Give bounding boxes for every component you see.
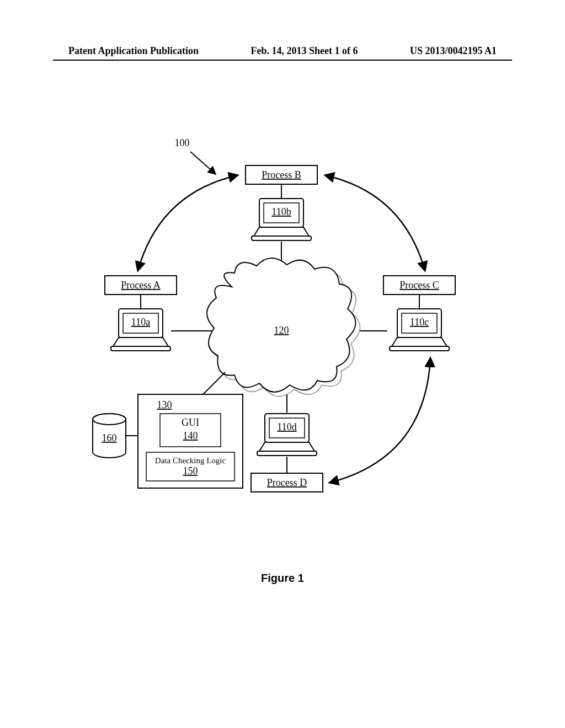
laptop-d-icon: 110d xyxy=(257,414,317,456)
server-ref: 130 xyxy=(157,399,172,410)
server-box: 130 GUI 140 Data Checking Logic 150 xyxy=(138,372,243,488)
laptop-d-ref: 110d xyxy=(277,421,296,432)
laptop-a-ref: 110a xyxy=(131,317,150,328)
system-ref: 100 xyxy=(175,137,190,148)
laptop-c-icon: 110c xyxy=(390,309,449,351)
process-b-label: Process B xyxy=(262,169,301,180)
db-ref: 160 xyxy=(102,432,117,443)
cloud-icon: 120 xyxy=(207,258,360,397)
header-center: Feb. 14, 2013 Sheet 1 of 6 xyxy=(251,45,358,57)
svg-marker-11 xyxy=(113,338,168,346)
laptop-a-icon: 110a xyxy=(111,309,170,351)
header-left: Patent Application Publication xyxy=(68,45,199,57)
gui-ref: 140 xyxy=(183,430,198,441)
process-c-group: Process C 110c xyxy=(348,276,455,351)
svg-rect-5 xyxy=(252,236,311,240)
figure-diagram: 100 Process B 110b Proc xyxy=(66,121,491,546)
svg-rect-19 xyxy=(390,346,449,351)
process-a-group: Process A 110a xyxy=(105,276,214,351)
svg-rect-24 xyxy=(257,451,317,456)
svg-marker-23 xyxy=(259,442,315,451)
process-d-group: 110d Process D xyxy=(251,386,323,492)
process-b-group: Process B 110b xyxy=(246,165,317,273)
page: Patent Application Publication Feb. 14, … xyxy=(0,0,565,728)
figure-caption: Figure 1 xyxy=(0,572,565,585)
header-rule xyxy=(53,60,512,61)
database-icon: 160 xyxy=(93,414,138,458)
laptop-c-ref: 110c xyxy=(410,317,429,328)
system-ref-arrow xyxy=(190,152,215,174)
laptop-b-icon: 110b xyxy=(252,199,311,240)
process-d-label: Process D xyxy=(267,477,307,488)
gui-label: GUI xyxy=(182,417,199,428)
process-a-label: Process A xyxy=(121,280,161,291)
logic-ref: 150 xyxy=(183,465,198,477)
svg-marker-18 xyxy=(392,338,447,346)
logic-label: Data Checking Logic xyxy=(155,456,226,465)
svg-marker-4 xyxy=(254,227,309,236)
laptop-b-ref: 110b xyxy=(271,206,291,217)
patent-header: Patent Application Publication Feb. 14, … xyxy=(0,45,565,57)
arc-c-d xyxy=(330,358,430,483)
svg-point-34 xyxy=(93,414,126,425)
process-c-label: Process C xyxy=(399,280,439,291)
arc-b-c xyxy=(326,175,425,270)
header-right: US 2013/0042195 A1 xyxy=(410,45,497,57)
cloud-ref: 120 xyxy=(274,325,289,336)
svg-line-28 xyxy=(203,372,225,394)
svg-rect-12 xyxy=(111,346,170,351)
arc-a-b xyxy=(138,175,237,270)
